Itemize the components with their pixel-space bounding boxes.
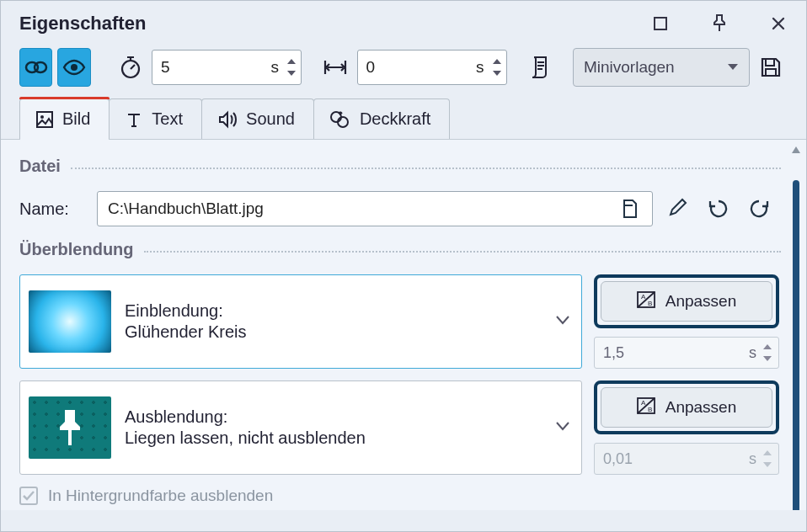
stopwatch-icon bbox=[114, 48, 147, 87]
width-spin-down[interactable] bbox=[491, 68, 503, 78]
templates-dropdown[interactable]: Minivorlagen bbox=[573, 48, 750, 87]
fadeout-value: Liegen lassen, nicht ausblenden bbox=[125, 428, 366, 448]
bg-fade-label: In Hintergrundfarbe ausblenden bbox=[48, 487, 273, 505]
script-icon-button[interactable] bbox=[522, 48, 555, 87]
rotate-ccw-button[interactable] bbox=[703, 194, 734, 224]
fadein-duration-value: 1,5 bbox=[603, 344, 749, 362]
tab-image[interactable]: Bild bbox=[19, 98, 110, 139]
fadein-duration-down[interactable] bbox=[762, 354, 773, 364]
width-spin-up[interactable] bbox=[491, 56, 503, 66]
svg-point-2 bbox=[35, 62, 46, 72]
duration-spinner bbox=[286, 56, 297, 78]
file-name-label: Name: bbox=[19, 200, 87, 219]
section-blend-label: Überblendung bbox=[19, 240, 134, 259]
file-path-input[interactable]: C:\Handbuch\Blatt.jpg bbox=[97, 191, 653, 226]
window-buttons bbox=[651, 14, 788, 33]
fadein-duration-field[interactable]: 1,5 s bbox=[594, 337, 779, 369]
svg-text:A: A bbox=[641, 293, 646, 301]
visibility-toggle-button[interactable] bbox=[57, 48, 90, 87]
bg-fade-row: In Hintergrundfarbe ausblenden bbox=[19, 487, 781, 505]
fadein-adjust-label: Anpassen bbox=[665, 292, 737, 311]
width-field[interactable]: 0 s bbox=[357, 50, 507, 85]
fadein-adjust-highlight: AB Anpassen bbox=[594, 274, 779, 328]
bg-fade-checkbox[interactable] bbox=[19, 487, 38, 505]
fadeout-duration-up[interactable] bbox=[762, 448, 773, 458]
link-toggle-button[interactable] bbox=[19, 48, 52, 87]
fadeout-controls: AB Anpassen 0,01 s bbox=[594, 380, 779, 475]
scrollbar-thumb[interactable] bbox=[793, 180, 799, 510]
scroll-up-icon[interactable] bbox=[791, 145, 801, 155]
width-icon bbox=[319, 48, 352, 87]
tab-image-label: Bild bbox=[62, 109, 90, 129]
fadeout-adjust-button[interactable]: AB Anpassen bbox=[601, 387, 772, 428]
fadeout-text: Ausblendung: Liegen lassen, nicht ausble… bbox=[125, 407, 366, 448]
tab-text-label: Text bbox=[152, 109, 183, 129]
fadeout-duration-down[interactable] bbox=[762, 460, 773, 470]
duration-field[interactable]: 5 s bbox=[152, 50, 302, 85]
fadein-selector[interactable]: Einblendung: Glühender Kreis bbox=[19, 274, 582, 369]
tab-opacity[interactable]: Deckkraft bbox=[313, 98, 450, 139]
window-title: Eigenschaften bbox=[19, 13, 146, 35]
toolbar: 5 s 0 s Minivorlagen bbox=[1, 43, 806, 98]
fadeout-duration-value: 0,01 bbox=[603, 450, 749, 468]
fadeout-thumbnail bbox=[29, 396, 111, 459]
edit-icon-button[interactable] bbox=[663, 194, 693, 224]
fadeout-selector[interactable]: Ausblendung: Liegen lassen, nicht ausble… bbox=[19, 380, 582, 475]
maximize-button[interactable] bbox=[651, 14, 670, 33]
duration-spin-down[interactable] bbox=[286, 68, 297, 78]
fadeout-duration-spinner bbox=[762, 448, 773, 470]
svg-rect-5 bbox=[766, 59, 774, 66]
fadein-duration-unit: s bbox=[749, 344, 756, 362]
ab-icon: AB bbox=[637, 397, 655, 418]
fadeout-adjust-label: Anpassen bbox=[665, 398, 737, 417]
width-unit: s bbox=[476, 58, 484, 77]
file-path-value: C:\Handbuch\Blatt.jpg bbox=[108, 200, 615, 218]
rotate-cw-button[interactable] bbox=[744, 194, 774, 224]
svg-rect-12 bbox=[68, 430, 72, 445]
fadeout-adjust-highlight: AB Anpassen bbox=[594, 380, 779, 434]
tab-text[interactable]: Text bbox=[109, 98, 202, 139]
fadein-controls: AB Anpassen 1,5 s bbox=[594, 274, 779, 369]
svg-text:A: A bbox=[641, 399, 646, 407]
svg-text:B: B bbox=[648, 300, 652, 307]
save-button[interactable] bbox=[755, 48, 788, 87]
titlebar: Eigenschaften bbox=[1, 1, 806, 43]
content-panel: Datei Name: C:\Handbuch\Blatt.jpg Überbl… bbox=[1, 140, 806, 510]
divider bbox=[71, 168, 781, 169]
fadein-label: Einblendung: bbox=[125, 301, 247, 321]
width-spinner bbox=[491, 56, 503, 78]
pin-button[interactable] bbox=[710, 14, 729, 33]
fadeout-duration-field[interactable]: 0,01 s bbox=[594, 443, 779, 475]
templates-label: Minivorlagen bbox=[584, 58, 727, 77]
fadeout-label: Ausblendung: bbox=[125, 407, 366, 427]
section-blend: Überblendung bbox=[19, 240, 781, 259]
section-file: Datei bbox=[19, 157, 781, 176]
sound-icon bbox=[217, 110, 238, 129]
divider bbox=[144, 251, 781, 253]
chevron-down-icon bbox=[556, 420, 569, 435]
fadeout-duration-unit: s bbox=[749, 450, 756, 468]
tab-sound[interactable]: Sound bbox=[201, 98, 314, 139]
duration-spin-up[interactable] bbox=[286, 56, 297, 66]
fadein-duration-spinner bbox=[762, 342, 773, 364]
text-icon bbox=[125, 110, 143, 129]
duration-value: 5 bbox=[161, 58, 271, 77]
width-value: 0 bbox=[366, 58, 477, 77]
browse-icon[interactable] bbox=[615, 194, 645, 224]
fadein-text: Einblendung: Glühender Kreis bbox=[125, 301, 247, 342]
svg-rect-6 bbox=[766, 69, 776, 76]
svg-text:B: B bbox=[648, 406, 652, 413]
fadein-thumbnail bbox=[29, 290, 111, 353]
tab-sound-label: Sound bbox=[246, 109, 295, 129]
close-button[interactable] bbox=[769, 14, 788, 33]
chevron-down-icon bbox=[556, 314, 569, 329]
file-row: Name: C:\Handbuch\Blatt.jpg bbox=[19, 191, 781, 226]
svg-point-8 bbox=[40, 115, 44, 119]
svg-point-3 bbox=[71, 64, 77, 71]
fadein-adjust-button[interactable]: AB Anpassen bbox=[601, 281, 772, 322]
ab-icon: AB bbox=[637, 291, 655, 312]
image-icon bbox=[35, 110, 54, 129]
opacity-icon bbox=[329, 110, 351, 129]
tab-opacity-label: Deckkraft bbox=[360, 109, 430, 129]
fadein-duration-up[interactable] bbox=[762, 342, 773, 352]
